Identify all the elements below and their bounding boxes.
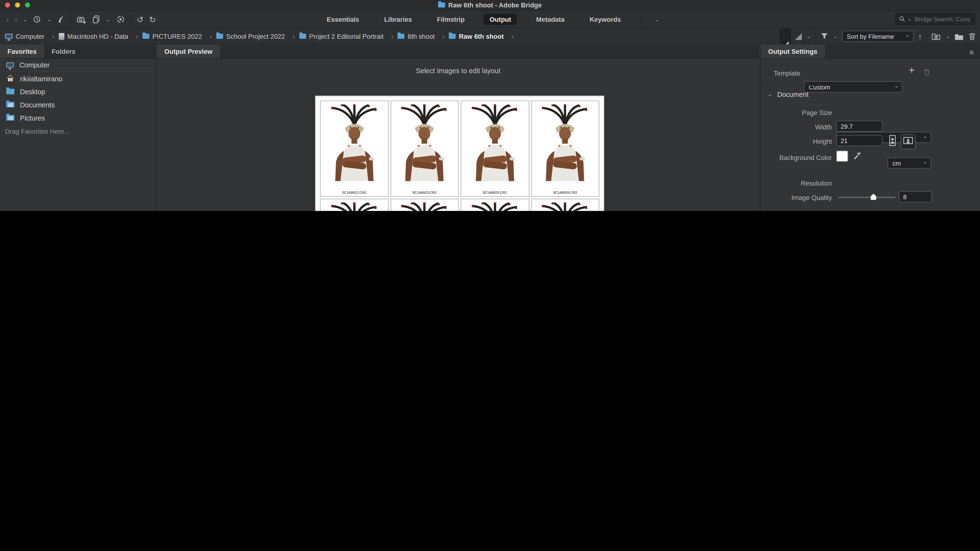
folder-icon	[449, 34, 456, 39]
sidebar-item-computer[interactable]: Computer	[0, 59, 156, 72]
search-input[interactable]	[913, 15, 971, 23]
window-title: Raw 6th shoot - Adobe Bridge	[0, 1, 980, 9]
breadcrumb-pictures-2022[interactable]: PICTURES 2022	[142, 33, 216, 40]
home-icon	[6, 74, 14, 83]
folder-icon	[299, 34, 306, 39]
tab-keywords[interactable]: Keywords	[584, 14, 627, 25]
center-pane: Output Preview Select Images to edit lay…	[157, 44, 759, 211]
width-label: Width	[760, 123, 832, 130]
tab-output[interactable]: Output	[484, 14, 517, 25]
delete-template-icon	[923, 68, 931, 76]
title-bar: Raw 6th shoot - Adobe Bridge	[0, 0, 980, 11]
contact-sheet-page[interactable]: 5C1A9922.CR2 5C1A9923.CR2 5C1A9925.CR2 5…	[315, 96, 605, 211]
image-quality-input[interactable]	[899, 191, 932, 202]
tab-output-settings[interactable]: Output Settings	[760, 44, 825, 58]
folder-icon	[216, 34, 223, 39]
thumbnail-quality-hq-icon[interactable]	[795, 33, 802, 40]
sidebar-item-home[interactable]: rikiialtamirano	[0, 72, 156, 85]
image-quality-slider[interactable]	[838, 197, 896, 198]
add-template-icon[interactable]: +	[909, 65, 915, 76]
filter-by-rating-icon[interactable]	[820, 32, 829, 41]
height-label: Height	[760, 138, 832, 145]
landscape-orientation-icon[interactable]	[900, 134, 916, 149]
preview-instruction: Select Images to edit layout	[157, 67, 759, 75]
sort-dropdown[interactable]: Sort by Filename	[842, 30, 913, 42]
background-color-swatch[interactable]	[836, 151, 848, 162]
thumbnail-quality-fast-icon[interactable]	[780, 29, 791, 44]
sidebar-item-documents[interactable]: Documents	[0, 98, 156, 111]
sheet-cell: 5C1A9937.CR2	[390, 198, 459, 211]
workspace-tabs: Essentials Libraries Filmstrip Output Me…	[0, 11, 980, 28]
resolution-label: Resolution	[760, 179, 832, 187]
breadcrumb-project-2[interactable]: Project 2 Editorial Portrait	[299, 33, 398, 40]
panel-menu-icon[interactable]: ≡	[969, 48, 974, 57]
recent-folder-dropdown-icon[interactable]: ⌄	[946, 33, 950, 39]
portrait-orientation-icon[interactable]	[888, 135, 897, 149]
breadcrumb-drive[interactable]: Macintosh HD - Data	[59, 33, 142, 40]
search-icon	[899, 16, 905, 22]
tab-libraries[interactable]: Libraries	[379, 14, 417, 25]
tab-favorites[interactable]: Favorites	[0, 44, 44, 58]
chevron-down-icon: ⌄	[768, 91, 772, 97]
sheet-cell: 5C1A9925.CR2	[461, 101, 529, 197]
breadcrumb-6th-shoot[interactable]: 6th shoot	[398, 33, 449, 40]
path-bar: Computer Macintosh HD - Data PICTURES 20…	[0, 28, 980, 44]
sheet-cell: 5C1A9946.CR2	[531, 198, 599, 211]
folder-proxy-icon	[438, 2, 445, 7]
eyedropper-icon[interactable]	[853, 151, 861, 159]
sidebar-item-desktop[interactable]: Desktop	[0, 85, 156, 98]
tab-output-preview[interactable]: Output Preview	[157, 44, 220, 58]
tab-folders[interactable]: Folders	[44, 44, 83, 58]
breadcrumb-computer[interactable]: Computer	[5, 33, 59, 40]
output-settings-panel: Output Settings ≡ Template Custom + ⌄ Do…	[760, 44, 980, 211]
sheet-cell: 5C1A9939.CR2	[461, 198, 529, 211]
bridge-window: Raw 6th shoot - Adobe Bridge ‹ › ⌄ ⌄ ⌄	[0, 0, 980, 211]
search-field[interactable]: ⌄	[895, 13, 975, 25]
drive-icon	[59, 33, 64, 40]
sheet-cell: 5C1A9926.CR2	[531, 101, 599, 197]
drag-favorites-hint: Drag Favorites Here...	[0, 124, 156, 138]
height-input[interactable]	[836, 135, 882, 146]
folder-pictures-icon	[6, 115, 14, 121]
image-quality-slider-thumb[interactable]	[871, 194, 877, 200]
sort-ascending-icon[interactable]: ↑	[918, 32, 922, 40]
tab-metadata[interactable]: Metadata	[530, 14, 570, 25]
breadcrumb-school-project[interactable]: School Project 2022	[216, 33, 299, 40]
template-label: Template	[774, 69, 800, 77]
folder-icon	[398, 34, 404, 39]
folder-documents-icon	[6, 102, 14, 108]
width-unit-dropdown[interactable]: cm	[888, 157, 931, 168]
sheet-cell: 5C1A9922.CR2	[320, 101, 388, 197]
recent-folder-icon[interactable]	[931, 32, 942, 41]
tab-essentials[interactable]: Essentials	[321, 14, 365, 25]
search-scope-dropdown-icon[interactable]: ⌄	[907, 16, 912, 22]
breadcrumb-raw-6th-shoot[interactable]: Raw 6th shoot	[449, 33, 518, 40]
section-document[interactable]: ⌄ Document	[760, 88, 980, 100]
trash-icon[interactable]	[968, 32, 976, 41]
workspace-dropdown-icon[interactable]: ⌄	[655, 16, 659, 22]
quality-dropdown-icon[interactable]: ⌄	[807, 33, 811, 39]
width-input[interactable]	[836, 121, 882, 132]
computer-icon	[5, 34, 13, 39]
sidebar-item-pictures[interactable]: Pictures	[0, 111, 156, 124]
folder-icon	[6, 89, 14, 94]
left-sidebar: Favorites Folders Computer rikiialtamira…	[0, 44, 156, 211]
image-quality-label: Image Quality	[760, 194, 832, 201]
filter-dropdown-icon[interactable]: ⌄	[833, 33, 837, 39]
tab-filmstrip[interactable]: Filmstrip	[431, 14, 470, 25]
new-folder-icon[interactable]	[955, 32, 964, 40]
breadcrumb: Computer Macintosh HD - Data PICTURES 20…	[5, 28, 518, 44]
background-color-label: Background Color	[760, 154, 832, 161]
output-preview-area: Select Images to edit layout 5C1A9922.CR…	[157, 59, 759, 211]
computer-icon	[6, 62, 14, 67]
sheet-cell: 5C1A9923.CR2	[390, 101, 459, 197]
main-toolbar: ‹ › ⌄ ⌄ ⌄ ↺ ↻ Essen	[0, 11, 980, 28]
sheet-cell: 5C1A9929.CR2	[320, 198, 388, 211]
page-size-label: Page Size	[760, 109, 832, 116]
folder-icon	[142, 34, 149, 39]
